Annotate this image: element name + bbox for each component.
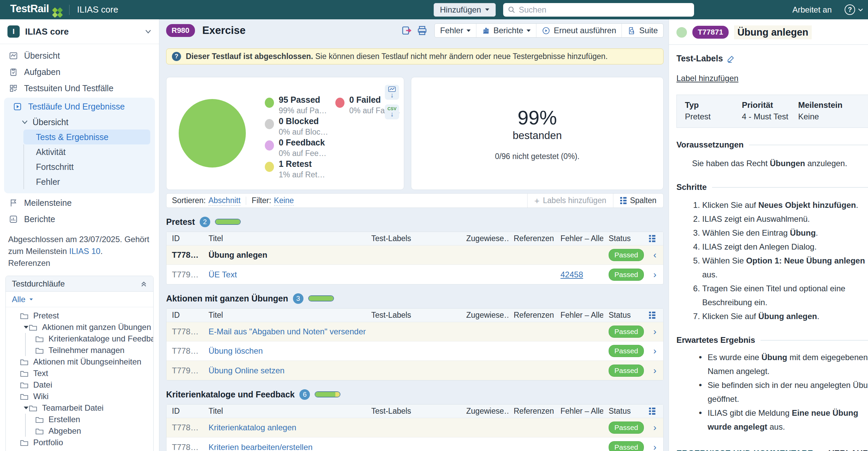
row-chevron-icon[interactable]: ›	[649, 326, 661, 337]
status-badge[interactable]: Passed	[609, 326, 644, 338]
milestone-link[interactable]: ILIAS 10	[69, 247, 100, 256]
suite-button[interactable]: Suite	[622, 24, 663, 37]
filter-value-link[interactable]: Keine	[274, 196, 294, 205]
table-row[interactable]: T778…Übung anlegenPassed‹	[166, 246, 663, 265]
testruns-filter[interactable]: Alle	[6, 292, 153, 307]
row-chevron-icon[interactable]: ›	[649, 365, 661, 376]
tree-item[interactable]: Abgeben	[25, 425, 153, 437]
sidebar-subgroup-uebersicht[interactable]: Übersicht	[4, 115, 155, 130]
tree-item[interactable]: Aktionen mit Übungseinheiten	[6, 356, 153, 368]
add-label-link[interactable]: Label hinzufügen	[676, 74, 738, 83]
tree-item[interactable]: Portfolio	[6, 437, 153, 448]
status-badge[interactable]: Passed	[609, 421, 644, 434]
sidebar-subitem-tests-&-ergebnisse[interactable]: Tests & Ergebnisse	[23, 130, 150, 144]
rerun-button[interactable]: Erneut ausführen	[536, 24, 622, 37]
table-row[interactable]: T778…E-Mail aus "Abgaben und Noten" vers…	[166, 322, 663, 341]
help-menu[interactable]: ?	[845, 4, 863, 15]
defect-link[interactable]: 42458	[560, 270, 583, 279]
table-row[interactable]: T779…Übung Online setzenPassed›	[166, 361, 663, 380]
status-badge[interactable]: Passed	[609, 441, 644, 451]
download-chart-button[interactable]: ↓	[385, 85, 399, 100]
tree-item[interactable]: Aktionen mit ganzen Übungen	[6, 321, 153, 333]
tree-item[interactable]: Text	[6, 368, 153, 379]
status-badge[interactable]: Passed	[609, 365, 644, 377]
status-badge[interactable]: Passed	[609, 249, 644, 261]
reports-dropdown[interactable]: Berichte	[476, 24, 536, 37]
add-button[interactable]: Hinzufügen	[434, 3, 496, 17]
export-icon[interactable]	[401, 25, 412, 36]
defects-dropdown[interactable]: Fehler	[435, 24, 476, 37]
columns-button[interactable]: Spalten	[613, 194, 663, 208]
sidebar-item-berichte[interactable]: Berichte	[0, 211, 159, 227]
column-header: Fehler – Alle	[555, 234, 603, 243]
column-header: Test-Labels	[366, 234, 461, 243]
column-header: Titel	[203, 407, 366, 416]
tree-item[interactable]: Datei	[6, 379, 153, 391]
step-item: Klicken Sie auf Neues Objekt hinzufügen.	[702, 198, 868, 212]
sidebar-subitem-aktivit-t[interactable]: Aktivität	[23, 144, 150, 159]
tree-item[interactable]: Kriterienkataloge und Feedback	[25, 333, 153, 345]
column-settings-icon[interactable]	[649, 312, 661, 319]
table-row[interactable]: T778…Kriterien bearbeiten/erstellenPasse…	[166, 437, 663, 451]
add-labels-button[interactable]: + Labels hinzufügen	[527, 194, 613, 208]
column-settings-icon[interactable]	[649, 408, 661, 415]
testrail-logo[interactable]: TestRail	[10, 3, 62, 17]
row-chevron-icon[interactable]: ‹	[649, 250, 661, 260]
sidebar-item-aufgaben[interactable]: Aufgaben	[0, 64, 159, 80]
tree-item[interactable]: Blog	[6, 448, 153, 451]
chevron-down-icon	[858, 8, 863, 12]
table-row[interactable]: T778…Kriterienkatalog anlegenPassed›	[166, 418, 663, 437]
folder-icon	[35, 428, 44, 435]
table-row[interactable]: T778…Übung löschenPassed›	[166, 341, 663, 361]
search-box[interactable]	[503, 3, 694, 17]
tree-item-label: Portfolio	[33, 438, 63, 447]
status-badge[interactable]: Passed	[609, 269, 644, 281]
folder-icon	[29, 324, 37, 331]
tab-history-context[interactable]: VERLAUF UND KONTEXT	[829, 449, 868, 451]
caret-down-icon[interactable]	[15, 326, 29, 329]
test-link[interactable]: Übung Online setzen	[209, 366, 284, 375]
tree-item[interactable]: Wiki	[6, 391, 153, 402]
sidebar-item-meilensteine[interactable]: Meilensteine	[0, 195, 159, 211]
test-link[interactable]: E-Mail aus "Abgaben und Noten" versenden	[209, 327, 366, 336]
tree-item[interactable]: Teamarbeit Datei	[6, 402, 153, 414]
status-badge[interactable]: Passed	[609, 345, 644, 357]
search-input[interactable]	[519, 5, 689, 15]
collapse-icon[interactable]	[140, 280, 147, 287]
print-icon[interactable]	[417, 25, 428, 36]
project-name: ILIAS core	[25, 26, 139, 37]
tree-item[interactable]: Erstellen	[25, 414, 153, 425]
tree-item-label: Teamarbeit Datei	[42, 403, 103, 413]
column-settings-icon[interactable]	[649, 235, 661, 242]
tree-item[interactable]: Pretest	[6, 310, 153, 321]
row-chevron-icon[interactable]: ›	[649, 422, 661, 433]
sidebar-subitem-fortschritt[interactable]: Fortschritt	[23, 159, 150, 174]
sidebar-item-testlaeufe[interactable]: Testläufe Und Ergebnisse	[4, 98, 155, 115]
project-selector[interactable]: I ILIAS core	[0, 22, 159, 41]
test-id: T778…	[166, 443, 203, 451]
tab-results-comments[interactable]: ERGEBNISSE UND KOMMENTARE	[676, 449, 813, 451]
test-link[interactable]: Kriterien bearbeiten/erstellen	[209, 443, 313, 451]
testruns-filter-value: Alle	[12, 295, 25, 304]
working-on-label[interactable]: Arbeitet an	[792, 5, 832, 15]
row-chevron-icon[interactable]: ›	[649, 269, 661, 280]
caret-down-icon[interactable]	[15, 406, 29, 410]
table-row[interactable]: T779…ÜE Text42458Passed›	[166, 265, 663, 284]
sort-value-link[interactable]: Abschnitt	[209, 196, 241, 205]
tree-item-label: Blog	[33, 449, 50, 451]
sidebar-item-uebersicht[interactable]: Übersicht	[0, 47, 159, 64]
sidebar-subitem-fehler[interactable]: Fehler	[23, 174, 150, 189]
tree-item[interactable]: Teilnehmer managen	[25, 345, 153, 356]
edit-pencil-icon[interactable]	[727, 55, 735, 63]
column-header: Referenzen	[508, 311, 555, 320]
test-link[interactable]: Übung löschen	[209, 346, 263, 355]
test-link[interactable]: ÜE Text	[209, 270, 237, 279]
help-icon[interactable]: ?	[845, 4, 855, 15]
testruns-panel-header[interactable]: Testdurchläufe	[6, 276, 153, 292]
row-chevron-icon[interactable]: ›	[649, 442, 661, 451]
download-csv-button[interactable]: CSV ↓	[385, 104, 399, 119]
sidebar-item-testsuiten[interactable]: Testsuiten Und Testfälle	[0, 80, 159, 96]
row-chevron-icon[interactable]: ›	[649, 346, 661, 356]
test-link[interactable]: Kriterienkatalog anlegen	[209, 423, 296, 432]
meta-value: Pretest	[685, 112, 742, 121]
